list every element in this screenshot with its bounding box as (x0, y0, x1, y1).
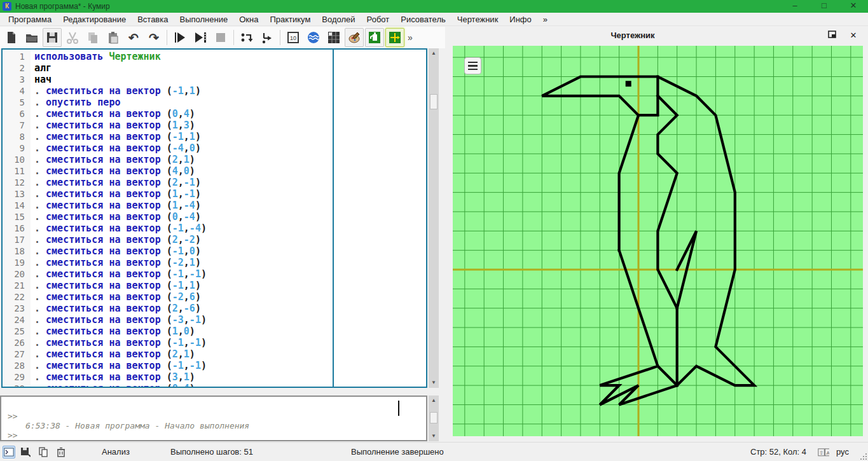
open-file-button[interactable] (22, 28, 41, 47)
code-lines[interactable]: использовать Чертежникалгнач. сместиться… (31, 50, 426, 387)
scroll-down-icon[interactable]: ▼ (429, 431, 439, 441)
scroll-up-icon[interactable]: ▲ (429, 396, 439, 406)
risovatel-window-button[interactable] (345, 28, 364, 47)
panel-close-icon[interactable]: ✕ (848, 31, 859, 41)
menu-info[interactable]: Инфо (504, 13, 537, 25)
menu-robot[interactable]: Робот (361, 13, 396, 25)
code-line[interactable]: . сместиться на вектор (-1,1) (31, 85, 426, 97)
undo-button[interactable]: ↶ (124, 28, 143, 47)
menu-okna[interactable]: Окна (233, 13, 264, 25)
run-button[interactable] (170, 28, 189, 47)
run-detailed-button[interactable] (191, 28, 210, 47)
code-line[interactable]: . сместиться на вектор (-2,6) (31, 291, 426, 303)
code-line[interactable]: . сместиться на вектор (-1,-1) (31, 360, 426, 371)
code-line[interactable]: . сместиться на вектор (2,-1) (31, 177, 426, 188)
code-editor[interactable]: 1234567891011121314151617181920212223242… (1, 48, 427, 388)
panel-header: Чертежник ✕ (445, 31, 868, 45)
code-line[interactable]: . сместиться на вектор (-1,1) (31, 131, 426, 142)
line-number: 16 (3, 223, 31, 234)
menu-risovatel[interactable]: Рисователь (395, 13, 451, 25)
resize-grip[interactable] (860, 453, 867, 460)
maximize-button[interactable]: □ (809, 0, 839, 13)
line-number: 20 (3, 268, 31, 280)
menu-vodoley[interactable]: Водолей (316, 13, 361, 25)
menu-vstavka[interactable]: Вставка (132, 13, 174, 25)
clear-log-button[interactable] (55, 446, 67, 458)
code-line[interactable]: . сместиться на вектор (-1,0) (31, 245, 426, 257)
redo-button[interactable]: ↷ (144, 28, 163, 47)
code-line[interactable]: . сместиться на вектор (-1,-1) (31, 337, 426, 348)
menu-more[interactable]: » (537, 13, 553, 25)
paste-clipboard-icon (106, 31, 120, 45)
vodoley-window-button[interactable] (304, 28, 323, 47)
paste-button[interactable] (104, 28, 123, 47)
code-line[interactable]: . сместиться на вектор (-3,-1) (31, 314, 426, 326)
code-line[interactable]: . сместиться на вектор (1,-1) (31, 188, 426, 200)
minimize-button[interactable]: – (780, 0, 809, 13)
scroll-up-icon[interactable]: ▲ (429, 48, 439, 58)
console-scrollbar[interactable]: ▲ ▼ (429, 396, 439, 441)
code-line[interactable]: . сместиться на вектор (4,0) (31, 165, 426, 177)
code-line[interactable]: . сместиться на вектор (2,-2) (31, 234, 426, 245)
code-line[interactable]: . сместиться на вектор (1,3) (31, 120, 426, 131)
menu-programma[interactable]: Программа (3, 13, 57, 25)
step-into-icon (260, 31, 274, 45)
cut-button (63, 28, 82, 47)
undock-icon[interactable] (826, 31, 837, 41)
code-line[interactable]: . сместиться на вектор (-1,-4) (31, 223, 426, 234)
copy-log-button[interactable] (37, 446, 50, 458)
code-line[interactable]: . сместиться на вектор (2,1) (31, 154, 426, 165)
chertezhnik-axes-icon (388, 31, 402, 45)
editor-scrollbar[interactable]: ▲ ▼ (429, 48, 439, 388)
code-line[interactable]: . сместиться на вектор (1,0) (31, 326, 426, 337)
robot-icon (368, 31, 382, 45)
save-floppy-icon (45, 31, 59, 45)
save-file-button[interactable] (43, 28, 62, 47)
step-over-icon (240, 31, 254, 45)
robot-field-window-button[interactable] (324, 28, 343, 47)
field-menu-button[interactable] (464, 57, 481, 74)
code-line[interactable]: . сместиться на вектор (-2,1) (31, 257, 426, 268)
code-line[interactable]: нач (31, 74, 426, 85)
vodoley-waves-icon (307, 31, 320, 45)
new-file-button[interactable] (2, 28, 21, 47)
toolbar-more-button[interactable]: » (408, 32, 413, 43)
step-over-button[interactable] (237, 28, 256, 47)
code-line[interactable]: использовать Чертежник (31, 51, 426, 62)
console-scrollbar-thumb[interactable] (430, 412, 437, 423)
code-line[interactable]: . сместиться на вектор (2,1) (31, 348, 426, 360)
code-line[interactable]: . сместиться на вектор (2,-6) (31, 303, 426, 314)
code-line[interactable]: . опустить перо (31, 97, 426, 108)
menu-praktikum[interactable]: Практикум (264, 13, 316, 25)
menu-vypolnenie[interactable]: Выполнение (174, 13, 233, 25)
step-into-button[interactable] (258, 28, 277, 47)
line-number: 17 (3, 234, 31, 245)
console-toggle-button[interactable] (3, 446, 15, 458)
chertezhnik-field[interactable] (453, 46, 863, 436)
show-io-window-button[interactable]: 10 (284, 28, 303, 47)
menu-chertezhnik[interactable]: Чертежник (451, 13, 504, 25)
scroll-down-icon[interactable]: ▼ (429, 378, 439, 388)
code-line[interactable]: . сместиться на вектор (0,4) (31, 383, 426, 388)
close-button[interactable]: ✕ (839, 0, 868, 13)
palette-icon (347, 31, 361, 45)
code-line[interactable]: . сместиться на вектор (0,4) (31, 108, 426, 120)
save-log-button[interactable] (19, 446, 32, 458)
code-line[interactable]: . сместиться на вектор (1,-4) (31, 200, 426, 211)
code-line[interactable]: алг (31, 62, 426, 74)
copy-log-icon (38, 447, 48, 457)
robot-window-button[interactable] (365, 28, 384, 47)
code-line[interactable]: . сместиться на вектор (-1,-1) (31, 268, 426, 280)
code-line[interactable]: . сместиться на вектор (-1,1) (31, 280, 426, 291)
keyboard-layout-label[interactable]: рус (836, 447, 849, 457)
code-line[interactable]: . сместиться на вектор (3,1) (31, 371, 426, 383)
keyboard-layout-icon[interactable]: ⇧A (817, 446, 830, 458)
code-line[interactable]: . сместиться на вектор (0,-4) (31, 211, 426, 223)
editor-scrollbar-thumb[interactable] (430, 94, 437, 109)
svg-text:A: A (827, 450, 829, 455)
console[interactable]: >> 6:53:38 - Новая программа - Начало вы… (0, 396, 427, 441)
panel-title: Чертежник (445, 31, 820, 40)
chertezhnik-window-button[interactable] (385, 28, 404, 47)
code-line[interactable]: . сместиться на вектор (-4,0) (31, 142, 426, 154)
menu-redaktirovanie[interactable]: Редактирование (57, 13, 132, 25)
